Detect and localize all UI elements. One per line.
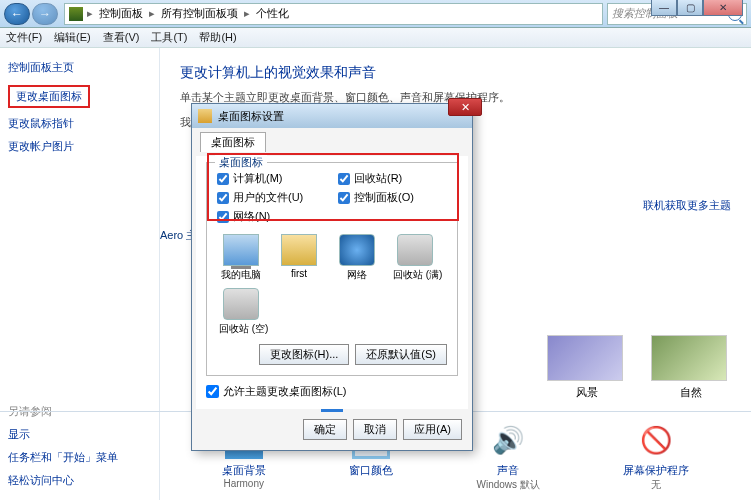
restore-default-button[interactable]: 还原默认值(S) (355, 344, 447, 365)
recycle-empty-icon (223, 288, 259, 320)
theme-tile[interactable]: 风景 (547, 335, 627, 400)
theme-label: 自然 (651, 385, 731, 400)
dialog-close-button[interactable]: ✕ (448, 98, 482, 116)
display-link[interactable]: 显示 (8, 427, 151, 442)
screensaver-link[interactable]: 🚫 屏幕保护程序 无 (623, 421, 689, 492)
sound-link[interactable]: 🔊 声音 Windows 默认 (477, 421, 540, 492)
sound-icon: 🔊 (489, 421, 527, 459)
change-desktop-icons-link[interactable]: 更改桌面图标 (8, 85, 151, 108)
icon-preview-network[interactable]: 网络 (335, 234, 379, 282)
window-titlebar: ← → ▸ 控制面板 ▸ 所有控制面板项 ▸ 个性化 搜索控制面板 — ▢ ✕ (0, 0, 751, 28)
userfiles-checkbox[interactable]: 用户的文件(U) (217, 190, 326, 205)
icon-preview-bin-empty[interactable]: 回收站 (空) (219, 288, 263, 336)
change-pointers-link[interactable]: 更改鼠标指针 (8, 116, 151, 131)
icon-preview-computer[interactable]: 我的电脑 (219, 234, 263, 282)
change-account-pic-link[interactable]: 更改帐户图片 (8, 139, 151, 154)
control-panel-icon (69, 7, 83, 21)
forward-button[interactable]: → (32, 3, 58, 25)
change-icon-button[interactable]: 更改图标(H)... (259, 344, 349, 365)
page-title: 更改计算机上的视觉效果和声音 (180, 64, 731, 82)
cancel-button[interactable]: 取消 (353, 419, 397, 440)
dialog-tab[interactable]: 桌面图标 (200, 132, 266, 152)
sidebar-heading[interactable]: 控制面板主页 (8, 60, 151, 75)
desktop-icons-group: 桌面图标 计算机(M) 回收站(R) 用户的文件(U) 控制面板(O) 网络(N… (206, 162, 458, 376)
theme-tile[interactable]: 自然 (651, 335, 731, 400)
maximize-button[interactable]: ▢ (677, 0, 703, 16)
taskbar-link[interactable]: 任务栏和「开始」菜单 (8, 450, 151, 465)
minimize-button[interactable]: — (651, 0, 677, 16)
icon-preview-bin-full[interactable]: 回收站 (满) (393, 234, 437, 282)
desktop-icon-settings-dialog: 桌面图标设置 ✕ 桌面图标 桌面图标 计算机(M) 回收站(R) 用户的文件(U… (192, 104, 472, 450)
network-icon (339, 234, 375, 266)
menu-view[interactable]: 查看(V) (103, 30, 140, 45)
cpanel-checkbox[interactable]: 控制面板(O) (338, 190, 447, 205)
computer-icon (223, 234, 259, 266)
theme-thumb-icon (547, 335, 623, 381)
dialog-title: 桌面图标设置 (218, 109, 284, 124)
close-button[interactable]: ✕ (703, 0, 743, 16)
menu-file[interactable]: 文件(F) (6, 30, 42, 45)
menu-help[interactable]: 帮助(H) (199, 30, 236, 45)
recycle-full-icon (397, 234, 433, 266)
menu-edit[interactable]: 编辑(E) (54, 30, 91, 45)
focus-hint (321, 409, 343, 412)
icon-preview-first[interactable]: first (277, 234, 321, 282)
menu-tools[interactable]: 工具(T) (151, 30, 187, 45)
sidebar: 控制面板主页 更改桌面图标 更改鼠标指针 更改帐户图片 另请参阅 显示 任务栏和… (0, 48, 160, 500)
breadcrumb[interactable]: ▸ 控制面板 ▸ 所有控制面板项 ▸ 个性化 (64, 3, 603, 25)
ok-button[interactable]: 确定 (303, 419, 347, 440)
dialog-titlebar[interactable]: 桌面图标设置 ✕ (192, 104, 472, 128)
get-more-themes-link[interactable]: 联机获取更多主题 (643, 198, 731, 213)
recycle-checkbox[interactable]: 回收站(R) (338, 171, 447, 186)
breadcrumb-item[interactable]: 所有控制面板项 (155, 6, 244, 21)
folder-icon (281, 234, 317, 266)
theme-label: 风景 (547, 385, 627, 400)
network-checkbox[interactable]: 网络(N) (217, 209, 326, 224)
dialog-icon (198, 109, 212, 123)
group-legend: 桌面图标 (215, 155, 267, 170)
ease-link[interactable]: 轻松访问中心 (8, 473, 151, 488)
breadcrumb-item[interactable]: 个性化 (250, 6, 295, 21)
screensaver-icon: 🚫 (637, 421, 675, 459)
apply-button[interactable]: 应用(A) (403, 419, 462, 440)
theme-thumb-icon (651, 335, 727, 381)
back-button[interactable]: ← (4, 3, 30, 25)
computer-checkbox[interactable]: 计算机(M) (217, 171, 326, 186)
breadcrumb-root[interactable]: 控制面板 (93, 6, 149, 21)
allow-theme-checkbox[interactable]: 允许主题更改桌面图标(L) (206, 384, 458, 399)
menu-bar: 文件(F) 编辑(E) 查看(V) 工具(T) 帮助(H) (0, 28, 751, 48)
